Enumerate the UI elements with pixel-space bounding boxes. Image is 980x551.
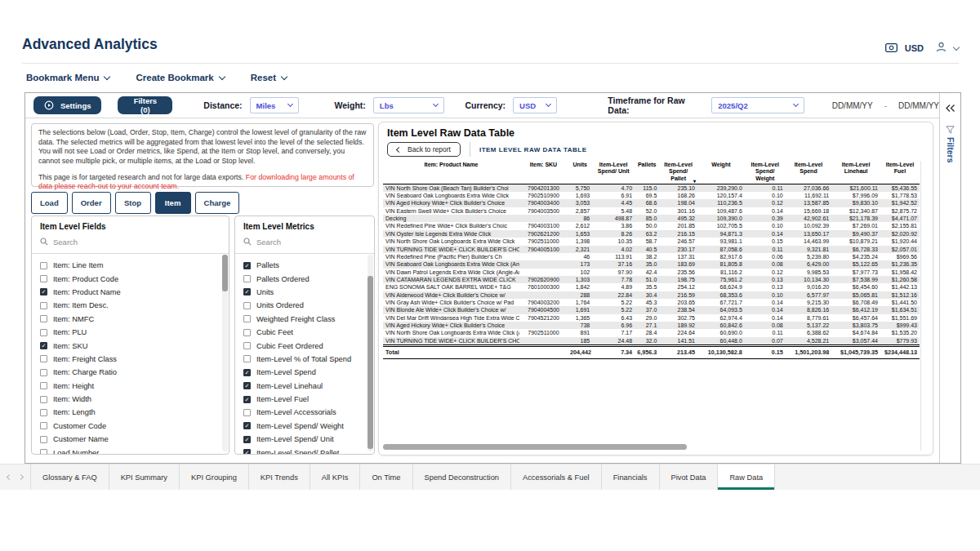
column-header-item-level-spend-pallet[interactable]: Item-Level Spend/ Pallet▾ xyxy=(659,161,697,184)
checkbox-checked[interactable]: ✓ xyxy=(40,342,47,349)
metric-item[interactable]: ✓Item-Level Spend xyxy=(243,366,374,379)
filters-rail-label[interactable]: Filters xyxy=(946,137,956,163)
checkbox-unchecked[interactable] xyxy=(40,382,47,389)
checkbox-unchecked[interactable] xyxy=(40,302,47,309)
tab-kpi-grouping[interactable]: KPI Grouping xyxy=(180,464,249,490)
filters-button[interactable]: Filters (0) xyxy=(118,96,172,114)
collapse-panel-icon[interactable] xyxy=(945,101,956,116)
metric-item[interactable]: Cubic Feet Ordered xyxy=(243,339,374,352)
fields-search-input[interactable]: Search xyxy=(32,232,229,254)
level-button-stop[interactable]: Stop xyxy=(115,192,151,214)
tab-kpi-summary[interactable]: KPI Summary xyxy=(109,464,180,490)
checkbox-unchecked[interactable] xyxy=(243,275,251,282)
metric-item[interactable]: ✓Item-Level Linehaul xyxy=(243,380,374,393)
level-button-order[interactable]: Order xyxy=(72,192,111,214)
field-item[interactable]: ✓Item: Product Name xyxy=(40,286,229,299)
currency-select[interactable]: USD xyxy=(513,97,557,113)
field-item[interactable]: Customer Code xyxy=(40,420,229,433)
table-row[interactable]: VIN TURNING TIDE WIDE+ CLICK BUILDER'S C… xyxy=(383,246,920,253)
table-row[interactable]: VIN Aged Hickory Wide+ Click Builder's C… xyxy=(383,199,920,207)
checkbox-checked[interactable]: ✓ xyxy=(243,262,251,269)
weight-select[interactable]: Lbs xyxy=(373,97,444,113)
metric-item[interactable]: ✓Item-Level Fuel xyxy=(243,393,374,406)
tab-spend-deconstruction[interactable]: Spend Deconstruction xyxy=(413,464,511,490)
table-row[interactable]: VIN Gray Ash Wide+ Click Builder's Choic… xyxy=(383,299,920,306)
checkbox-unchecked[interactable] xyxy=(40,422,47,429)
checkbox-checked[interactable]: ✓ xyxy=(243,436,251,443)
checkbox-unchecked[interactable] xyxy=(243,302,251,309)
user-profile-icon[interactable] xyxy=(936,41,947,56)
tab-accessorials-fuel[interactable]: Accessorials & Fuel xyxy=(511,464,602,490)
field-item[interactable]: Item: NMFC xyxy=(40,313,229,326)
checkbox-checked[interactable]: ✓ xyxy=(243,288,251,295)
checkbox-checked[interactable]: ✓ xyxy=(243,382,251,389)
table-vertical-scrollbar[interactable] xyxy=(920,161,921,451)
table-row[interactable]: ENG SONOMA SALT OAK BARREL WIDE+ T&G7601… xyxy=(383,283,920,291)
table-row[interactable]: VIN Del Mar Drift Windansea High Tide Ex… xyxy=(383,314,920,322)
column-header-weight[interactable]: Weight xyxy=(697,161,745,184)
table-row[interactable]: VIN Seaboard Oak Longboards Extra Wide C… xyxy=(383,192,920,199)
metric-item[interactable]: Pallets Ordered xyxy=(243,272,374,285)
tab-financials[interactable]: Financials xyxy=(602,464,660,490)
tab-all-kpis[interactable]: All KPIs xyxy=(310,464,361,490)
bookmark-menu-create-bookmark[interactable]: Create Bookmark xyxy=(136,73,224,82)
column-header-item-sku[interactable]: Item: SKU xyxy=(519,161,568,184)
settings-button[interactable]: Settings xyxy=(33,96,101,114)
field-item[interactable]: Item: Height xyxy=(40,380,229,393)
fields-scrollbar[interactable] xyxy=(222,255,228,451)
tab-raw-data[interactable]: Raw Data xyxy=(718,464,775,490)
back-to-report-button[interactable]: Back to report xyxy=(387,142,461,157)
metric-item[interactable]: ✓Item-Level Spend/ Unit xyxy=(243,433,374,446)
table-horizontal-scrollbar-thumb[interactable] xyxy=(383,444,687,450)
checkbox-unchecked[interactable] xyxy=(40,329,47,336)
table-row[interactable]: VIN Aged Hickory Wide+ Click Builder's C… xyxy=(383,322,920,329)
checkbox-checked[interactable]: ✓ xyxy=(243,449,251,455)
checkbox-unchecked[interactable] xyxy=(40,409,47,416)
metric-item[interactable]: ✓Pallets xyxy=(243,259,374,272)
table-row[interactable]: VIN Alderwood Wide+ Click Builder's Choi… xyxy=(383,291,920,299)
metric-item[interactable]: Item-Level Accessorials xyxy=(243,406,374,419)
table-row[interactable]: VIN Redefined Pine (Pacific Pier) Builde… xyxy=(383,253,920,260)
timeframe-select[interactable]: 2025/Q2 xyxy=(711,97,804,113)
checkbox-checked[interactable]: ✓ xyxy=(243,396,251,403)
table-row[interactable]: VIN TURNING TIDE WIDE+ CLICK BUILDER'S C… xyxy=(383,337,920,346)
checkbox-unchecked[interactable] xyxy=(40,449,47,455)
metrics-search-input[interactable]: Search xyxy=(235,232,374,254)
checkbox-checked[interactable]: ✓ xyxy=(243,369,251,376)
field-item[interactable]: Item: Line Item xyxy=(40,259,229,272)
metrics-scrollbar[interactable] xyxy=(368,255,373,451)
metric-item[interactable]: ✓Item-Level Spend/ Pallet xyxy=(243,446,374,455)
checkbox-unchecked[interactable] xyxy=(243,355,251,362)
checkbox-unchecked[interactable] xyxy=(40,396,47,403)
column-header-item-product-name[interactable]: Item: Product Name xyxy=(383,161,519,184)
checkbox-unchecked[interactable] xyxy=(40,262,47,269)
field-item[interactable]: Item: Item Desc. xyxy=(40,299,229,312)
next-page-icon[interactable] xyxy=(18,474,24,480)
checkbox-unchecked[interactable] xyxy=(40,436,47,443)
scrollbar-thumb[interactable] xyxy=(222,255,228,291)
checkbox-checked[interactable]: ✓ xyxy=(40,288,47,295)
checkbox-unchecked[interactable] xyxy=(243,329,251,336)
checkbox-unchecked[interactable] xyxy=(40,369,47,376)
field-item[interactable]: Item: Freight Class xyxy=(40,353,229,366)
level-button-charge[interactable]: Charge xyxy=(195,192,240,214)
metric-item[interactable]: Item-Level % of Total Spend xyxy=(243,353,374,366)
field-item[interactable]: Item: Charge Ratio xyxy=(40,366,229,379)
field-item[interactable]: ✓Item: SKU xyxy=(40,339,229,352)
scrollbar-thumb[interactable] xyxy=(368,276,373,449)
table-row[interactable]: VIN North Shore Oak Longboards Extra Wid… xyxy=(383,329,920,336)
column-header-item-level-spend-weight[interactable]: Item-Level Spend/ Weight xyxy=(745,161,786,184)
distance-select[interactable]: Miles xyxy=(250,97,299,113)
table-row[interactable]: VIN CATAMARAN LEGENDS EXTRA WIDE CLICK79… xyxy=(383,276,920,283)
field-item[interactable]: Item: PLU xyxy=(40,326,229,339)
tab-glossary-faq[interactable]: Glossary & FAQ xyxy=(31,464,109,490)
level-button-load[interactable]: Load xyxy=(31,192,68,214)
metric-item[interactable]: ✓Units xyxy=(243,286,374,299)
user-menu-chevron-icon[interactable] xyxy=(953,43,960,50)
table-row[interactable]: VIN Seaboard Oak Longboards Extra Wide C… xyxy=(383,260,920,268)
bookmark-menu-bookmark-menu[interactable]: Bookmark Menu xyxy=(26,73,109,82)
field-item[interactable]: Item: Length xyxy=(40,406,229,419)
table-row[interactable]: VIN Redefined Pine Wide+ Click Builder's… xyxy=(383,222,920,229)
checkbox-unchecked[interactable] xyxy=(40,275,47,282)
tab-pivot-data[interactable]: Pivot Data xyxy=(660,464,719,490)
